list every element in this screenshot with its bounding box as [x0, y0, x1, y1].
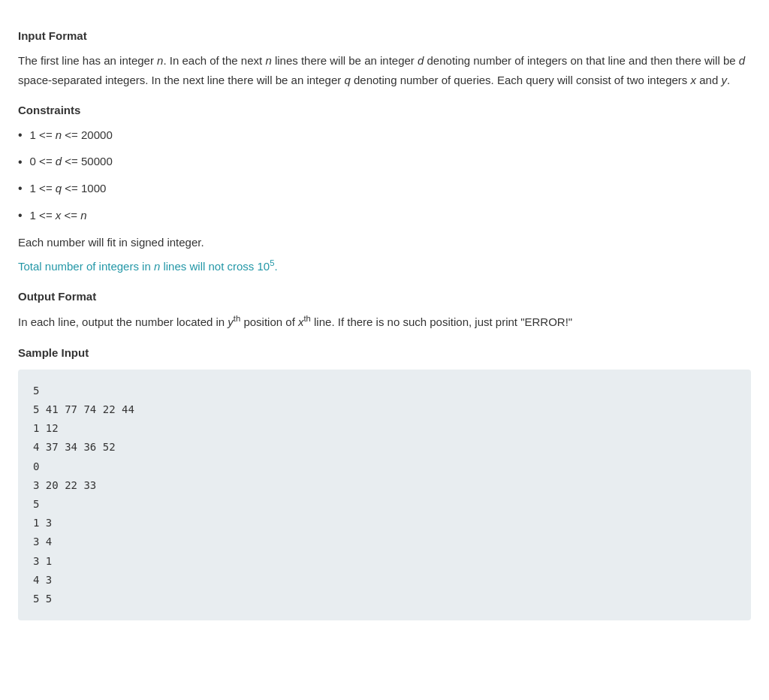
var-q: q [344, 74, 350, 86]
constraint-item-1: • 1 <= n <= 20000 [18, 125, 751, 145]
constraint-text-1: 1 <= n <= 20000 [30, 126, 113, 144]
th-sup-2: th [303, 314, 310, 323]
output-format-section: Output Format In each line, output the n… [18, 288, 751, 332]
var-n-note: n [154, 260, 160, 273]
note-2-end: . [274, 260, 277, 273]
note-1: Each number will fit in signed integer. [18, 234, 751, 252]
constraint-item-2: • 0 <= d <= 50000 [18, 152, 751, 172]
constraints-title: Constraints [18, 101, 751, 119]
note-2: Total number of integers in n lines will… [18, 256, 751, 276]
input-format-paragraph: The first line has an integer n. In each… [18, 51, 751, 89]
bullet-2: • [18, 152, 23, 172]
var-d-2: d [739, 54, 745, 67]
constraint-text-4: 1 <= x <= n [30, 207, 87, 225]
code-content: 5 5 41 77 74 22 44 1 12 4 37 34 36 52 0 … [33, 382, 736, 608]
sample-input-section: Sample Input 5 5 41 77 74 22 44 1 12 4 3… [18, 344, 751, 620]
var-y-1: y [721, 74, 727, 86]
bullet-3: • [18, 179, 23, 198]
var-x-1: x [691, 74, 697, 86]
sample-input-title: Sample Input [18, 344, 751, 362]
bullet-4: • [18, 206, 23, 225]
constraint-text-3: 1 <= q <= 1000 [30, 180, 107, 198]
input-format-section: Input Format The first line has an integ… [18, 27, 751, 89]
constraint-item-3: • 1 <= q <= 1000 [18, 179, 751, 198]
output-format-paragraph: In each line, output the number located … [18, 312, 751, 332]
constraints-section: Constraints • 1 <= n <= 20000 • 0 <= d <… [18, 101, 751, 225]
sample-input-code: 5 5 41 77 74 22 44 1 12 4 37 34 36 52 0 … [18, 370, 751, 620]
var-n-1: n [157, 54, 163, 67]
notes-section: Each number will fit in signed integer. … [18, 234, 751, 276]
constraint-item-4: • 1 <= x <= n [18, 206, 751, 225]
input-format-title: Input Format [18, 27, 751, 45]
var-y-sup: y [228, 315, 234, 328]
var-d-1: d [418, 54, 424, 67]
constraint-text-2: 0 <= d <= 50000 [30, 152, 113, 170]
th-sup-1: th [234, 314, 240, 323]
var-n-2: n [265, 54, 271, 67]
constraints-list: • 1 <= n <= 20000 • 0 <= d <= 50000 • 1 … [18, 125, 751, 225]
bullet-1: • [18, 125, 23, 145]
output-format-title: Output Format [18, 288, 751, 306]
